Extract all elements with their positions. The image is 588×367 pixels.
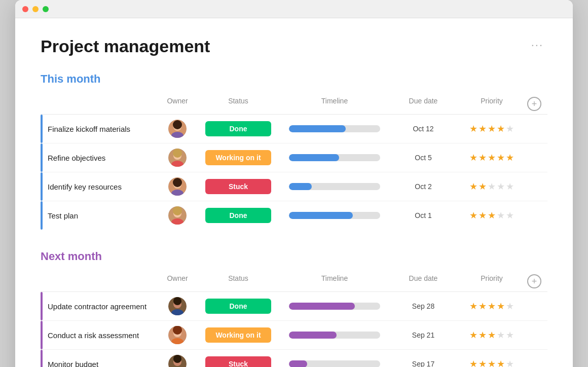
star-filled[interactable]: ★	[479, 181, 487, 192]
section-next-month: Next monthOwnerStatusTimelineDue datePri…	[41, 250, 547, 367]
star-filled[interactable]: ★	[469, 358, 477, 367]
priority-cell[interactable]: ★★★★★	[456, 329, 527, 341]
header-priority-col: Priority	[456, 97, 527, 111]
stars: ★★★★★	[469, 123, 514, 134]
priority-cell[interactable]: ★★★★★	[456, 358, 527, 367]
status-cell[interactable]: Working on it	[198, 150, 279, 165]
star-empty[interactable]: ★	[506, 301, 514, 312]
main-content: Project management ··· This monthOwnerSt…	[15, 18, 573, 367]
status-cell[interactable]: Working on it	[198, 327, 279, 343]
dot-yellow[interactable]	[32, 6, 39, 12]
table-row: Test planDoneOct 1★★★★★	[41, 201, 547, 230]
table-row: Finalize kickoff materialsDoneOct 12★★★★…	[41, 115, 547, 143]
page-header: Project management ···	[41, 36, 547, 56]
star-filled[interactable]: ★	[479, 358, 487, 367]
avatar	[168, 120, 187, 138]
header-status-col: Status	[198, 97, 279, 111]
star-filled[interactable]: ★	[479, 152, 487, 163]
star-filled[interactable]: ★	[488, 358, 496, 367]
dot-green[interactable]	[43, 6, 49, 12]
priority-cell[interactable]: ★★★★★	[456, 181, 527, 192]
task-cell: Update contractor agreement	[41, 302, 157, 311]
avatar	[168, 206, 187, 225]
star-filled[interactable]: ★	[469, 301, 477, 312]
star-empty[interactable]: ★	[506, 181, 514, 192]
timeline-fill	[289, 125, 346, 132]
priority-cell[interactable]: ★★★★★	[456, 210, 527, 221]
task-cell: Monitor budget	[41, 360, 157, 368]
header-timeline-col: Timeline	[279, 274, 390, 288]
star-filled[interactable]: ★	[469, 181, 477, 192]
star-filled[interactable]: ★	[506, 152, 514, 163]
row-border	[41, 350, 43, 367]
star-filled[interactable]: ★	[469, 329, 477, 341]
table-header: OwnerStatusTimelineDue datePriority+	[41, 94, 547, 115]
header-timeline-col: Timeline	[279, 97, 390, 111]
priority-cell[interactable]: ★★★★★	[456, 152, 527, 163]
due-date-cell: Sep 28	[390, 302, 456, 310]
more-button[interactable]: ···	[527, 36, 547, 54]
owner-cell	[157, 149, 198, 167]
timeline-bar	[289, 154, 380, 161]
owner-cell	[157, 297, 198, 315]
svg-point-11	[173, 178, 182, 187]
star-filled[interactable]: ★	[469, 152, 477, 163]
add-column-button[interactable]: +	[527, 274, 541, 288]
header-status-col: Status	[198, 274, 279, 288]
task-name: Monitor budget	[41, 360, 98, 368]
priority-cell[interactable]: ★★★★★	[456, 301, 527, 312]
timeline-bar	[289, 183, 380, 190]
section-header-row: Next month	[41, 250, 547, 270]
star-filled[interactable]: ★	[497, 123, 505, 134]
status-badge: Done	[205, 121, 271, 136]
timeline-cell	[279, 303, 390, 310]
task-name: Update contractor agreement	[41, 302, 146, 311]
task-name: Refine objectives	[41, 154, 105, 162]
status-cell[interactable]: Done	[198, 299, 279, 314]
table-row: Monitor budgetStuckSep 17★★★★★	[41, 350, 547, 367]
svg-point-15	[173, 206, 182, 215]
row-border	[41, 201, 43, 230]
star-empty[interactable]: ★	[506, 358, 514, 367]
star-empty[interactable]: ★	[506, 329, 514, 341]
status-cell[interactable]: Stuck	[198, 356, 279, 367]
star-filled[interactable]: ★	[479, 210, 487, 221]
star-empty[interactable]: ★	[488, 181, 496, 192]
task-cell: Identify key resources	[41, 182, 157, 191]
star-filled[interactable]: ★	[479, 329, 487, 341]
task-cell: Conduct a risk assessment	[41, 331, 157, 340]
status-cell[interactable]: Done	[198, 208, 279, 223]
star-empty[interactable]: ★	[497, 329, 505, 341]
section-title-next-month: Next month	[41, 250, 102, 263]
status-cell[interactable]: Stuck	[198, 179, 279, 194]
star-filled[interactable]: ★	[497, 358, 505, 367]
star-empty[interactable]: ★	[497, 210, 505, 221]
avatar	[168, 297, 187, 315]
owner-cell	[157, 206, 198, 225]
task-name: Conduct a risk assessment	[41, 331, 139, 340]
star-filled[interactable]: ★	[497, 152, 505, 163]
status-badge: Stuck	[205, 356, 271, 367]
owner-cell	[157, 326, 198, 344]
star-filled[interactable]: ★	[488, 210, 496, 221]
add-column-button[interactable]: +	[527, 97, 541, 111]
star-empty[interactable]: ★	[506, 210, 514, 221]
star-filled[interactable]: ★	[488, 329, 496, 341]
star-filled[interactable]: ★	[469, 210, 477, 221]
star-empty[interactable]: ★	[497, 181, 505, 192]
star-filled[interactable]: ★	[488, 301, 496, 312]
star-filled[interactable]: ★	[479, 123, 487, 134]
titlebar	[15, 0, 573, 18]
star-filled[interactable]: ★	[469, 123, 477, 134]
dot-red[interactable]	[22, 6, 28, 12]
star-filled[interactable]: ★	[488, 152, 496, 163]
star-filled[interactable]: ★	[479, 301, 487, 312]
timeline-cell	[279, 360, 390, 367]
star-filled[interactable]: ★	[497, 301, 505, 312]
status-badge: Working on it	[205, 327, 271, 343]
star-filled[interactable]: ★	[488, 123, 496, 134]
svg-point-19	[173, 297, 181, 305]
status-cell[interactable]: Done	[198, 121, 279, 136]
star-empty[interactable]: ★	[506, 123, 514, 134]
priority-cell[interactable]: ★★★★★	[456, 123, 527, 134]
